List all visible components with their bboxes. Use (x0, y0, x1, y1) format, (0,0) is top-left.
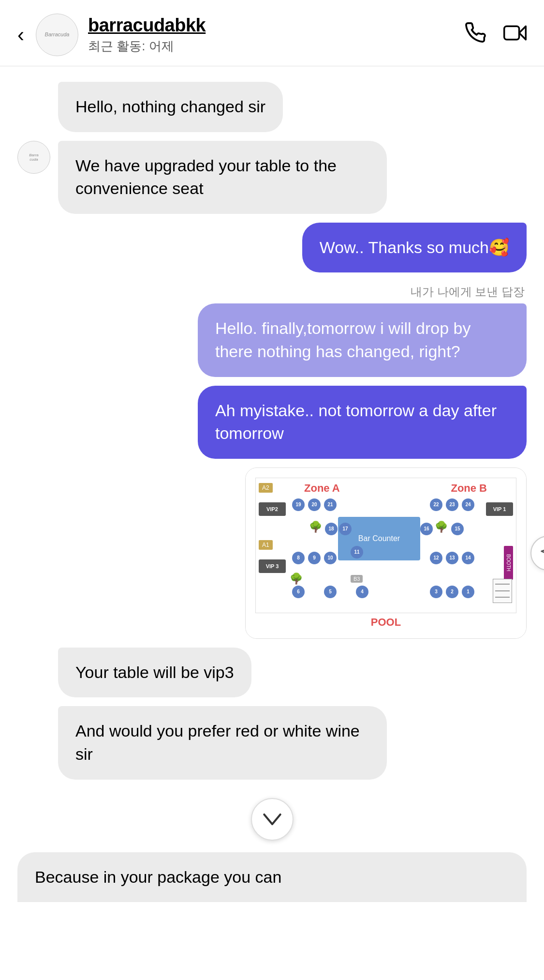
avatar-text: Barracuda (43, 30, 72, 40)
call-icon[interactable] (465, 22, 486, 48)
bubble-received: Hello, nothing changed sir (58, 82, 283, 132)
booth-box: BOOTH (504, 546, 513, 580)
seat-15: 15 (451, 523, 464, 535)
contact-info: barracudabkk 최근 활동: 어제 (88, 15, 465, 55)
seat-14: 14 (462, 552, 474, 564)
a1-box: A1 (259, 540, 273, 550)
tree-1: 🌳 (309, 521, 322, 533)
bubble-sent: Ah myistake.. not tomorrow a day after t… (198, 386, 527, 459)
message-row: Hello, nothing changed sir (17, 82, 527, 132)
bubble-received: Your table will be vip3 (58, 648, 251, 698)
forward-button[interactable] (530, 536, 544, 571)
message-row: Your table will be vip3 (17, 648, 527, 698)
seat-21: 21 (324, 498, 337, 511)
message-text: Hello, nothing changed sir (75, 97, 265, 116)
seat-24: 24 (462, 498, 474, 511)
seat-8: 8 (292, 552, 305, 564)
seat-9: 9 (308, 552, 321, 564)
vip1-box: VIP 1 (486, 502, 513, 516)
scale-bar (493, 579, 512, 603)
image-bubble-wrapper: Zone A Zone B A2 VIP2 A1 VIP 3 Bar Count… (245, 467, 527, 639)
seat-18: 18 (325, 523, 338, 535)
seat-16: 16 (420, 523, 433, 535)
seat-12: 12 (430, 552, 442, 564)
pool-label: POOL (255, 616, 516, 629)
seat-13: 13 (446, 552, 458, 564)
b3-label: B3 (351, 575, 363, 583)
contact-status: 최근 활동: 어제 (88, 38, 465, 55)
seat-1: 1 (462, 586, 474, 598)
seat-2: 2 (446, 586, 458, 598)
bubble-sent-light: Hello. finally,tomorrow i will drop by t… (198, 303, 527, 377)
scroll-down-button[interactable] (251, 798, 294, 841)
back-button[interactable]: ‹ (17, 25, 24, 45)
sender-avatar: Barracuda (17, 141, 50, 174)
message-row: And would you prefer red or white wine s… (17, 706, 527, 779)
seat-22: 22 (430, 498, 442, 511)
message-row: Barracuda We have upgraded your table to… (17, 141, 527, 214)
svg-marker-3 (542, 546, 544, 559)
chat-messages: Hello, nothing changed sir Barracuda We … (0, 66, 544, 788)
bubble-received: And would you prefer red or white wine s… (58, 706, 387, 779)
svg-rect-0 (504, 26, 519, 39)
message-row: Hello. finally,tomorrow i will drop by t… (17, 303, 527, 377)
seat-6: 6 (292, 586, 305, 598)
message-row: Wow.. Thanks so much🥰 (17, 223, 527, 273)
bubble-received: We have upgraded your table to the conve… (58, 141, 387, 214)
seat-11: 11 (351, 546, 363, 558)
chat-header: ‹ Barracuda barracudabkk 최근 활동: 어제 (0, 0, 544, 66)
seat-10: 10 (324, 552, 337, 564)
zone-b-label: Zone B (451, 482, 487, 495)
bubble-sent: Wow.. Thanks so much🥰 (302, 223, 527, 273)
scroll-indicator (0, 798, 544, 841)
partial-message-container: Because in your package you can (0, 852, 544, 903)
svg-marker-1 (519, 26, 526, 39)
tree-3: 🌳 (290, 573, 303, 585)
map-container: Zone A Zone B A2 VIP2 A1 VIP 3 Bar Count… (255, 478, 516, 613)
seat-23: 23 (446, 498, 458, 511)
message-text: And would you prefer red or white wine s… (75, 722, 360, 763)
message-text: Hello. finally,tomorrow i will drop by t… (215, 319, 470, 361)
message-text: We have upgraded your table to the conve… (75, 156, 337, 198)
seat-19: 19 (292, 498, 305, 511)
seat-4: 4 (356, 586, 368, 598)
venue-map: Zone A Zone B A2 VIP2 A1 VIP 3 Bar Count… (246, 468, 526, 638)
vip2-box: VIP2 (259, 502, 286, 516)
message-row: Ah myistake.. not tomorrow a day after t… (17, 386, 527, 459)
partial-bubble: Because in your package you can (17, 852, 527, 903)
tree-2: 🌳 (435, 521, 448, 533)
message-text: Ah myistake.. not tomorrow a day after t… (215, 401, 497, 443)
venue-map-bubble[interactable]: Zone A Zone B A2 VIP2 A1 VIP 3 Bar Count… (245, 467, 527, 639)
zone-a-label: Zone A (304, 482, 340, 495)
partial-message-text: Because in your package you can (35, 868, 281, 886)
message-text: Your table will be vip3 (75, 663, 234, 681)
header-actions (465, 22, 527, 48)
seat-5: 5 (324, 586, 337, 598)
message-text: Wow.. Thanks so much🥰 (320, 238, 509, 256)
seat-3: 3 (430, 586, 442, 598)
contact-avatar: Barracuda (36, 14, 78, 56)
image-message-row: Zone A Zone B A2 VIP2 A1 VIP 3 Bar Count… (17, 467, 527, 639)
a2-box: A2 (259, 483, 273, 493)
seat-17: 17 (339, 523, 352, 535)
message-meta: 내가 나에게 보낸 답장 (17, 284, 527, 300)
contact-name[interactable]: barracudabkk (88, 15, 465, 36)
video-icon[interactable] (503, 22, 527, 48)
seat-20: 20 (308, 498, 321, 511)
vip3-box: VIP 3 (259, 559, 286, 573)
